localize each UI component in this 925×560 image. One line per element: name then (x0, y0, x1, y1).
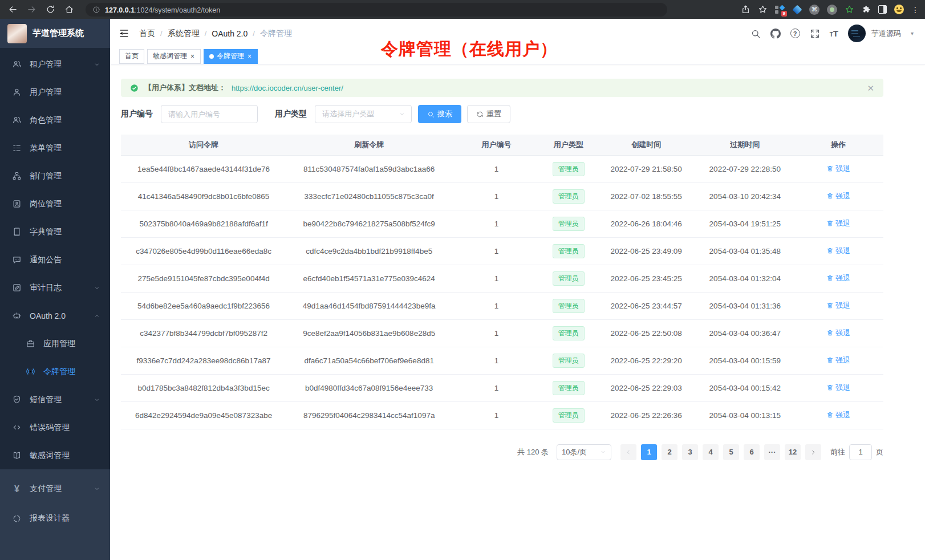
force-logout-button[interactable]: 强退 (826, 273, 850, 283)
pagination-page-1[interactable]: 1 (641, 444, 657, 460)
force-logout-label: 强退 (835, 328, 850, 338)
sidebar-item-error-code[interactable]: 错误码管理 (0, 413, 110, 441)
green-star-extension-icon[interactable] (845, 5, 854, 14)
page-size-select[interactable]: 10条/页 (557, 444, 611, 460)
user-menu-caret-icon[interactable]: ▾ (911, 30, 914, 36)
cell-action: 强退 (793, 182, 883, 210)
tag-0[interactable]: 首页 (119, 49, 144, 64)
sidebar-item-pay[interactable]: ¥支付管理 (0, 474, 110, 504)
address-bar[interactable]: 127.0.0.1:1024/system/oauth2/token (86, 3, 667, 17)
record-extension-icon[interactable] (827, 5, 837, 15)
breadcrumb-item-0[interactable]: 首页 (139, 29, 155, 39)
token-table: 访问令牌刷新令牌用户编号用户类型创建时间过期时间操作 1ea5e44f8bc14… (121, 135, 883, 429)
pagination-page-2[interactable]: 2 (662, 444, 677, 460)
site-info-icon[interactable] (92, 6, 100, 14)
sidebar-item-report-designer[interactable]: 报表设计器 (0, 504, 110, 533)
sidebar-item-oauth2-app[interactable]: 应用管理 (0, 330, 110, 358)
pagination-page-12[interactable]: 12 (785, 444, 801, 460)
search-icon[interactable] (750, 29, 761, 39)
sidebar-item-notice[interactable]: 通知公告 (0, 246, 110, 274)
cell-user-type: 管理员 (541, 319, 596, 347)
table-header-row: 访问令牌刷新令牌用户编号用户类型创建时间过期时间操作 (121, 135, 883, 155)
tag-close-icon[interactable]: × (247, 53, 252, 60)
chevron-down-icon (94, 285, 100, 291)
pagination-page-3[interactable]: 3 (682, 444, 698, 460)
cell-refresh: 333ecfc71e02480cb11055c875c3ca0f (286, 182, 452, 210)
code-icon (12, 423, 22, 432)
force-logout-button[interactable]: 强退 (826, 246, 850, 256)
goto-page-input[interactable] (849, 444, 872, 460)
cell-access: b0d1785bc3a8482f812db4a3f3bd15ec (121, 374, 286, 401)
browser-menu-icon[interactable]: ⋮ (911, 5, 917, 14)
fullscreen-icon[interactable] (810, 29, 820, 39)
search-button-icon (427, 111, 435, 118)
reset-button[interactable]: 重置 (467, 105, 510, 123)
sidebar-item-oauth2-token[interactable]: 令牌管理 (0, 358, 110, 385)
pagination-page-5[interactable]: 5 (723, 444, 739, 460)
alert-close-icon[interactable]: ✕ (867, 84, 874, 92)
sidebar-item-label: 审计日志 (30, 283, 62, 293)
pagination-page-4[interactable]: 4 (703, 444, 719, 460)
user-type-select[interactable]: 请选择用户类型 (315, 105, 412, 123)
breadcrumb-item-2[interactable]: OAuth 2.0 (212, 29, 248, 38)
cell-expires: 2054-03-04 01:31:36 (696, 292, 793, 319)
tag-1[interactable]: 敏感词管理× (147, 49, 201, 64)
pagination-next-button[interactable] (805, 444, 821, 460)
search-button[interactable]: 搜索 (418, 105, 461, 123)
username[interactable]: 芋道源码 (871, 29, 901, 39)
app-logo[interactable]: 芋道管理系统 (0, 19, 110, 48)
force-logout-button[interactable]: 强退 (826, 328, 850, 338)
sidebar-item-menu[interactable]: 菜单管理 (0, 134, 110, 162)
sidebar-item-dict[interactable]: 字典管理 (0, 218, 110, 246)
force-logout-button[interactable]: 强退 (826, 383, 850, 393)
pagination-more-button[interactable]: ··· (764, 444, 780, 460)
sidebar-item-dept[interactable]: 部门管理 (0, 162, 110, 190)
sidebar-item-tenant[interactable]: 租户管理 (0, 50, 110, 78)
pagination-prev-button[interactable] (620, 444, 636, 460)
sidebar-item-label: 通知公告 (30, 255, 62, 265)
sidebar-item-post[interactable]: 岗位管理 (0, 190, 110, 218)
cell-expires: 2054-03-04 00:13:15 (696, 401, 793, 429)
command-extension-icon[interactable]: ⌘ (809, 5, 819, 15)
page-content: 【用户体系】文档地址： https://doc.iocoder.cn/user-… (110, 65, 925, 460)
user-id-input[interactable] (161, 105, 258, 123)
side-panel-icon[interactable] (878, 5, 887, 14)
profile-emoji-icon[interactable] (894, 5, 904, 14)
bookmark-star-icon[interactable] (758, 5, 768, 14)
tag-2[interactable]: 令牌管理× (204, 49, 258, 64)
user-avatar[interactable] (848, 25, 866, 42)
browser-reload-icon[interactable] (46, 5, 55, 14)
sidebar-item-sms[interactable]: 短信管理 (0, 385, 110, 413)
sidebar-fold-icon[interactable] (119, 28, 129, 39)
sidebar-item-user[interactable]: 用户管理 (0, 78, 110, 106)
robot-icon (12, 311, 22, 320)
help-icon[interactable]: ? (790, 29, 800, 38)
force-logout-button[interactable]: 强退 (826, 218, 850, 229)
kite-extension-icon[interactable] (793, 5, 802, 14)
browser-home-icon[interactable] (64, 5, 74, 14)
sidebar-item-sensitive-word[interactable]: 敏感词管理 (0, 441, 110, 469)
force-logout-button[interactable]: 强退 (826, 191, 850, 201)
force-logout-button[interactable]: 强退 (826, 410, 850, 420)
force-logout-button[interactable]: 强退 (826, 301, 850, 311)
browser-forward-icon[interactable] (27, 5, 36, 14)
id-badge-icon (12, 199, 22, 209)
extension-icon[interactable]: 9 (775, 5, 785, 14)
open-book-icon (12, 451, 22, 460)
breadcrumb-item-1[interactable]: 系统管理 (168, 29, 200, 39)
sidebar-item-role[interactable]: 角色管理 (0, 106, 110, 134)
force-logout-button[interactable]: 强退 (826, 355, 850, 366)
pagination-page-6[interactable]: 6 (744, 444, 760, 460)
sidebar-item-oauth2[interactable]: OAuth 2.0 (0, 302, 110, 330)
puzzle-extensions-icon[interactable] (862, 5, 871, 14)
browser-back-icon[interactable] (8, 5, 18, 14)
github-icon[interactable] (770, 29, 781, 39)
tag-close-icon[interactable]: × (190, 53, 195, 60)
sidebar-item-audit-log[interactable]: 审计日志 (0, 274, 110, 302)
user-type-badge: 管理员 (553, 217, 585, 231)
doc-link[interactable]: https://doc.iocoder.cn/user-center/ (232, 84, 343, 92)
table-row: 6d842e2924594de9a09e45e087323abe8796295f… (121, 401, 883, 429)
font-size-icon[interactable]: TT (830, 29, 838, 38)
force-logout-button[interactable]: 强退 (826, 164, 850, 174)
share-icon[interactable] (741, 5, 750, 14)
